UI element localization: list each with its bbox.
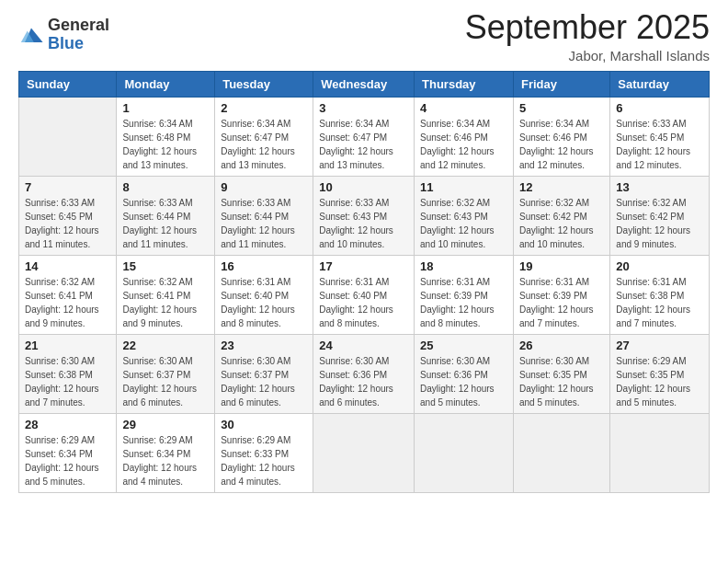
calendar-week-row: 21Sunrise: 6:30 AM Sunset: 6:38 PM Dayli… <box>19 334 710 413</box>
calendar-cell: 4Sunrise: 6:34 AM Sunset: 6:46 PM Daylig… <box>415 97 514 176</box>
day-number: 13 <box>616 180 703 194</box>
calendar-cell: 6Sunrise: 6:33 AM Sunset: 6:45 PM Daylig… <box>610 97 710 176</box>
calendar: SundayMondayTuesdayWednesdayThursdayFrid… <box>18 71 710 493</box>
calendar-cell: 12Sunrise: 6:32 AM Sunset: 6:42 PM Dayli… <box>513 176 609 255</box>
calendar-cell: 20Sunrise: 6:31 AM Sunset: 6:38 PM Dayli… <box>610 255 710 334</box>
day-number: 6 <box>616 101 703 115</box>
calendar-cell: 16Sunrise: 6:31 AM Sunset: 6:40 PM Dayli… <box>215 255 313 334</box>
header: General Blue September 2025 Jabor, Marsh… <box>18 9 710 63</box>
calendar-week-row: 14Sunrise: 6:32 AM Sunset: 6:41 PM Dayli… <box>19 255 710 334</box>
day-number: 9 <box>221 180 307 194</box>
month-title: September 2025 <box>465 9 710 46</box>
day-detail: Sunrise: 6:32 AM Sunset: 6:42 PM Dayligh… <box>519 196 604 251</box>
calendar-header-row: SundayMondayTuesdayWednesdayThursdayFrid… <box>19 71 710 97</box>
day-number: 12 <box>519 180 604 194</box>
calendar-cell: 11Sunrise: 6:32 AM Sunset: 6:43 PM Dayli… <box>415 176 514 255</box>
page: General Blue September 2025 Jabor, Marsh… <box>0 0 728 563</box>
calendar-cell: 27Sunrise: 6:29 AM Sunset: 6:35 PM Dayli… <box>610 334 710 413</box>
day-detail: Sunrise: 6:30 AM Sunset: 6:37 PM Dayligh… <box>221 354 307 409</box>
calendar-cell: 25Sunrise: 6:30 AM Sunset: 6:36 PM Dayli… <box>415 334 514 413</box>
calendar-cell: 9Sunrise: 6:33 AM Sunset: 6:44 PM Daylig… <box>215 176 313 255</box>
calendar-cell <box>610 413 710 492</box>
calendar-cell: 28Sunrise: 6:29 AM Sunset: 6:34 PM Dayli… <box>19 413 117 492</box>
day-detail: Sunrise: 6:31 AM Sunset: 6:39 PM Dayligh… <box>420 275 507 330</box>
calendar-cell <box>313 413 415 492</box>
calendar-week-row: 7Sunrise: 6:33 AM Sunset: 6:45 PM Daylig… <box>19 176 710 255</box>
day-detail: Sunrise: 6:30 AM Sunset: 6:37 PM Dayligh… <box>122 354 209 409</box>
calendar-cell: 3Sunrise: 6:34 AM Sunset: 6:47 PM Daylig… <box>313 97 415 176</box>
day-number: 4 <box>420 101 507 115</box>
day-detail: Sunrise: 6:30 AM Sunset: 6:35 PM Dayligh… <box>519 354 604 409</box>
calendar-cell: 23Sunrise: 6:30 AM Sunset: 6:37 PM Dayli… <box>215 334 313 413</box>
logo-blue: Blue <box>48 35 109 53</box>
day-number: 22 <box>122 339 209 352</box>
day-detail: Sunrise: 6:29 AM Sunset: 6:35 PM Dayligh… <box>616 354 703 409</box>
day-detail: Sunrise: 6:32 AM Sunset: 6:43 PM Dayligh… <box>420 196 507 251</box>
day-detail: Sunrise: 6:33 AM Sunset: 6:45 PM Dayligh… <box>25 196 110 251</box>
calendar-cell: 15Sunrise: 6:32 AM Sunset: 6:41 PM Dayli… <box>117 255 215 334</box>
calendar-cell: 24Sunrise: 6:30 AM Sunset: 6:36 PM Dayli… <box>313 334 415 413</box>
day-detail: Sunrise: 6:31 AM Sunset: 6:38 PM Dayligh… <box>616 275 703 330</box>
day-detail: Sunrise: 6:29 AM Sunset: 6:34 PM Dayligh… <box>122 433 209 488</box>
day-detail: Sunrise: 6:31 AM Sunset: 6:39 PM Dayligh… <box>519 275 604 330</box>
day-number: 20 <box>616 259 703 273</box>
calendar-cell: 19Sunrise: 6:31 AM Sunset: 6:39 PM Dayli… <box>513 255 609 334</box>
calendar-cell: 22Sunrise: 6:30 AM Sunset: 6:37 PM Dayli… <box>117 334 215 413</box>
day-number: 25 <box>420 339 507 352</box>
day-detail: Sunrise: 6:30 AM Sunset: 6:38 PM Dayligh… <box>25 354 110 409</box>
day-detail: Sunrise: 6:32 AM Sunset: 6:41 PM Dayligh… <box>25 275 110 330</box>
logo-general: General <box>48 17 109 35</box>
day-detail: Sunrise: 6:33 AM Sunset: 6:44 PM Dayligh… <box>221 196 307 251</box>
day-number: 11 <box>420 180 507 194</box>
day-detail: Sunrise: 6:34 AM Sunset: 6:46 PM Dayligh… <box>519 117 604 172</box>
calendar-header-wednesday: Wednesday <box>313 71 415 97</box>
day-number: 24 <box>319 339 408 352</box>
calendar-cell: 14Sunrise: 6:32 AM Sunset: 6:41 PM Dayli… <box>19 255 117 334</box>
day-detail: Sunrise: 6:34 AM Sunset: 6:47 PM Dayligh… <box>221 117 307 172</box>
day-number: 5 <box>519 101 604 115</box>
calendar-cell: 8Sunrise: 6:33 AM Sunset: 6:44 PM Daylig… <box>117 176 215 255</box>
calendar-week-row: 28Sunrise: 6:29 AM Sunset: 6:34 PM Dayli… <box>19 413 710 492</box>
day-number: 1 <box>122 101 209 115</box>
day-number: 18 <box>420 259 507 273</box>
calendar-cell: 1Sunrise: 6:34 AM Sunset: 6:48 PM Daylig… <box>117 97 215 176</box>
day-number: 30 <box>221 418 307 431</box>
calendar-cell <box>19 97 117 176</box>
calendar-header-monday: Monday <box>117 71 215 97</box>
day-number: 29 <box>122 418 209 431</box>
day-detail: Sunrise: 6:29 AM Sunset: 6:34 PM Dayligh… <box>25 433 110 488</box>
day-detail: Sunrise: 6:31 AM Sunset: 6:40 PM Dayligh… <box>221 275 307 330</box>
day-number: 23 <box>221 339 307 352</box>
day-number: 21 <box>25 339 110 352</box>
calendar-header-tuesday: Tuesday <box>215 71 313 97</box>
day-number: 17 <box>319 259 408 273</box>
day-detail: Sunrise: 6:30 AM Sunset: 6:36 PM Dayligh… <box>319 354 408 409</box>
day-number: 2 <box>221 101 307 115</box>
day-number: 14 <box>25 259 110 273</box>
logo: General Blue <box>18 17 109 53</box>
day-detail: Sunrise: 6:33 AM Sunset: 6:43 PM Dayligh… <box>319 196 408 251</box>
calendar-header-friday: Friday <box>513 71 609 97</box>
logo-text: General Blue <box>48 17 109 53</box>
day-number: 3 <box>319 101 408 115</box>
day-detail: Sunrise: 6:30 AM Sunset: 6:36 PM Dayligh… <box>420 354 507 409</box>
calendar-week-row: 1Sunrise: 6:34 AM Sunset: 6:48 PM Daylig… <box>19 97 710 176</box>
day-detail: Sunrise: 6:34 AM Sunset: 6:48 PM Dayligh… <box>122 117 209 172</box>
calendar-cell: 29Sunrise: 6:29 AM Sunset: 6:34 PM Dayli… <box>117 413 215 492</box>
calendar-cell: 10Sunrise: 6:33 AM Sunset: 6:43 PM Dayli… <box>313 176 415 255</box>
day-detail: Sunrise: 6:34 AM Sunset: 6:47 PM Dayligh… <box>319 117 408 172</box>
calendar-cell: 30Sunrise: 6:29 AM Sunset: 6:33 PM Dayli… <box>215 413 313 492</box>
day-number: 8 <box>122 180 209 194</box>
day-detail: Sunrise: 6:34 AM Sunset: 6:46 PM Dayligh… <box>420 117 507 172</box>
calendar-cell: 21Sunrise: 6:30 AM Sunset: 6:38 PM Dayli… <box>19 334 117 413</box>
day-number: 15 <box>122 259 209 273</box>
calendar-cell <box>513 413 609 492</box>
calendar-cell: 2Sunrise: 6:34 AM Sunset: 6:47 PM Daylig… <box>215 97 313 176</box>
calendar-cell: 7Sunrise: 6:33 AM Sunset: 6:45 PM Daylig… <box>19 176 117 255</box>
logo-icon <box>18 23 44 49</box>
calendar-cell: 17Sunrise: 6:31 AM Sunset: 6:40 PM Dayli… <box>313 255 415 334</box>
day-number: 16 <box>221 259 307 273</box>
day-detail: Sunrise: 6:33 AM Sunset: 6:45 PM Dayligh… <box>616 117 703 172</box>
day-detail: Sunrise: 6:33 AM Sunset: 6:44 PM Dayligh… <box>122 196 209 251</box>
calendar-cell: 13Sunrise: 6:32 AM Sunset: 6:42 PM Dayli… <box>610 176 710 255</box>
